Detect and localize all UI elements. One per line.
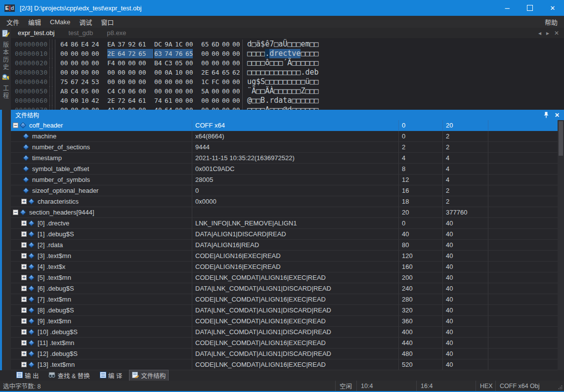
expand-icon[interactable]: + [21, 329, 27, 335]
hex-char[interactable]: Ü [283, 40, 287, 49]
hex-byte[interactable]: 00 [128, 105, 135, 110]
hex-char[interactable]: □ [309, 87, 314, 96]
hex-byte[interactable]: 00 [118, 77, 125, 87]
hex-char[interactable]: □ [309, 77, 314, 87]
hex-char[interactable]: À [269, 87, 274, 96]
hex-char[interactable]: Ã [287, 58, 292, 68]
hex-char[interactable]: □ [296, 105, 301, 110]
hex-byte[interactable]: 00 [185, 105, 193, 110]
expand-icon[interactable]: + [21, 253, 27, 259]
hex-byte[interactable]: 1C [175, 40, 182, 49]
hex-char[interactable]: ô [265, 58, 269, 68]
structure-row[interactable]: +[5] .text$mnCODE|LNK_COMDAT|ALIGN16|EXE… [11, 272, 558, 283]
structure-row[interactable]: number_of_symbols28005124 [11, 174, 558, 185]
hex-byte[interactable]: 61 [138, 96, 146, 105]
hex-char[interactable]: □ [278, 87, 283, 96]
hex-char[interactable]: □ [252, 49, 256, 58]
hex-char[interactable]: d [269, 49, 274, 58]
hex-char[interactable]: □ [296, 96, 301, 105]
hex-byte[interactable]: 00 [154, 77, 162, 87]
hex-byte[interactable]: 10 [175, 68, 182, 77]
hex-byte[interactable]: 76 [175, 49, 182, 58]
hex-char[interactable]: □ [296, 87, 301, 96]
hex-byte[interactable]: 10 [81, 96, 88, 105]
expand-icon[interactable]: + [21, 231, 27, 237]
hex-byte[interactable]: 72 [118, 96, 125, 105]
tab-back-icon[interactable]: ◂ [538, 30, 541, 37]
structure-row[interactable]: +[6] .debug$SDATA|LNK_COMDAT|ALIGN1|DISC… [11, 283, 558, 294]
hex-char[interactable]: A [265, 105, 269, 110]
hex-byte[interactable]: 65 [222, 68, 229, 77]
hex-char[interactable]: . [265, 49, 269, 58]
menu-help[interactable]: 帮助 [538, 17, 564, 27]
hex-char[interactable]: □ [287, 77, 292, 87]
hex-char[interactable]: □ [247, 49, 252, 58]
hex-char[interactable]: . [265, 96, 269, 105]
hex-char[interactable]: □ [292, 87, 296, 96]
hex-byte[interactable]: 37 [118, 40, 125, 49]
hex-char[interactable]: □ [252, 105, 256, 110]
hex-char[interactable]: a [278, 96, 283, 105]
hex-byte[interactable]: 65 [138, 49, 146, 58]
hex-char[interactable]: □ [287, 68, 292, 77]
hex-byte[interactable]: 00 [212, 96, 219, 105]
hex-byte[interactable]: 00 [118, 105, 125, 110]
structure-row[interactable]: +[10] .debug$SDATA|LNK_COMDAT|ALIGN1|DIS… [11, 327, 558, 338]
hex-byte[interactable]: C0 [118, 87, 125, 96]
hex-char[interactable]: e [301, 40, 305, 49]
hex-char[interactable]: t [283, 96, 287, 105]
hex-byte[interactable]: 64 [212, 68, 219, 77]
expand-icon[interactable]: + [21, 318, 27, 324]
hex-char[interactable]: □ [301, 49, 305, 58]
hex-char[interactable]: b [314, 68, 318, 77]
hex-byte[interactable]: 00 [60, 105, 68, 110]
collapse-icon[interactable]: − [13, 123, 18, 128]
hex-char[interactable]: □ [301, 77, 305, 87]
structure-row[interactable]: −section_headers[9444]20377760 [11, 207, 558, 218]
hex-byte[interactable]: 00 [138, 105, 146, 110]
minimize-button[interactable]: ─ [496, 0, 519, 16]
collapse-icon[interactable]: − [13, 210, 18, 215]
hex-char[interactable]: u [247, 77, 252, 87]
hex-byte[interactable]: 00 [118, 68, 125, 77]
hex-char[interactable]: □ [283, 77, 287, 87]
hex-char[interactable]: c [283, 49, 287, 58]
sidebar-item-project[interactable]: 工程 [1, 73, 10, 100]
hex-char[interactable]: □ [278, 77, 283, 87]
structure-row[interactable]: −coff_headerCOFF x64020 [11, 120, 558, 131]
hex-byte[interactable]: 00 [185, 68, 193, 77]
hex-byte[interactable]: 00 [81, 49, 88, 58]
hex-byte[interactable]: 00 [185, 87, 193, 96]
hex-byte[interactable]: 40 [60, 96, 68, 105]
hex-byte[interactable]: DC [154, 40, 162, 49]
hex-byte[interactable]: 00 [222, 77, 229, 87]
hex-byte[interactable]: 00 [175, 77, 182, 87]
hex-char[interactable]: □ [274, 77, 278, 87]
hex-char[interactable]: e [296, 49, 301, 58]
hex-char[interactable]: ´ [283, 58, 287, 68]
structure-row[interactable]: timestamp2021-11-15 10:35:22(1636972522)… [11, 153, 558, 164]
hex-char[interactable]: ¨ [247, 87, 252, 96]
hex-char[interactable]: □ [278, 105, 283, 110]
hex-char[interactable]: □ [292, 40, 296, 49]
hex-byte[interactable]: 00 [222, 58, 229, 68]
hex-char[interactable]: □ [278, 68, 283, 77]
hex-byte[interactable]: 00 [222, 87, 229, 96]
hex-char[interactable]: . [301, 68, 305, 77]
hex-byte[interactable]: 00 [138, 68, 146, 77]
hex-char[interactable]: □ [309, 105, 314, 110]
hex-byte[interactable]: 64 [118, 49, 125, 58]
hex-byte[interactable]: 05 [175, 58, 182, 68]
hex-char[interactable]: □ [269, 58, 274, 68]
hex-char[interactable]: □ [292, 77, 296, 87]
hex-byte[interactable]: 41 [107, 105, 115, 110]
hex-byte[interactable]: E4 [81, 40, 88, 49]
hex-char[interactable]: □ [287, 87, 292, 96]
hex-byte[interactable]: 00 [91, 49, 99, 58]
hex-char[interactable]: □ [260, 58, 265, 68]
hex-char[interactable]: □ [256, 49, 260, 58]
scrollbar-thumb[interactable] [559, 121, 563, 156]
hex-byte[interactable]: 64 [128, 96, 135, 105]
hex-byte[interactable]: 2E [107, 96, 115, 105]
hex-byte[interactable]: EA [107, 40, 115, 49]
